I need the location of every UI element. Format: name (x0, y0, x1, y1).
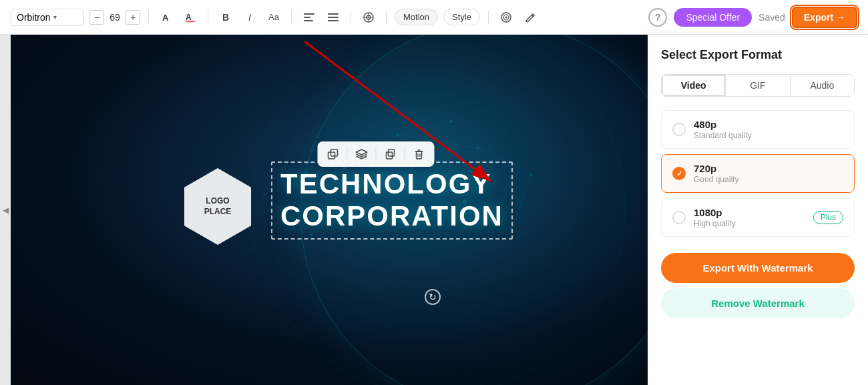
svg-line-35 (511, 175, 531, 228)
quality-name-1080p: 1080p (694, 207, 805, 218)
bold-icon[interactable]: B (216, 8, 235, 27)
quality-720p[interactable]: 720p Good quality (661, 154, 855, 193)
svg-rect-8 (328, 20, 339, 21)
svg-text:A: A (162, 13, 169, 23)
font-color-icon[interactable]: A (157, 8, 176, 27)
title-line1: TECHNOLOGY (280, 168, 491, 200)
main-title-container[interactable]: TECHNOLOGY CORPORATION (271, 161, 513, 240)
svg-rect-42 (329, 152, 335, 159)
svg-rect-45 (387, 152, 393, 159)
quality-desc-1080p: High quality (694, 219, 805, 228)
font-chevron-icon: ▾ (53, 13, 57, 21)
quality-name-480p: 480p (694, 119, 843, 130)
export-label: Export → (804, 12, 845, 23)
toolbar-separator-4 (351, 11, 351, 24)
tab-video[interactable]: Video (662, 75, 726, 96)
effects-icon[interactable] (359, 8, 378, 27)
copy-icon[interactable] (382, 145, 399, 163)
font-name: Orbitron (17, 12, 51, 23)
export-panel: Select Export Format Video GIF Audio 480… (648, 35, 868, 385)
align-left-icon[interactable] (300, 8, 318, 27)
export-button[interactable]: Export → (792, 7, 857, 28)
toolbar-separator-5 (386, 11, 387, 24)
radio-480p (672, 123, 686, 136)
layers-icon[interactable] (353, 145, 371, 163)
left-panel-handle[interactable]: ◀ (0, 35, 11, 385)
svg-rect-47 (417, 151, 422, 159)
remove-watermark-button[interactable]: Remove Watermark (661, 288, 855, 318)
svg-rect-7 (328, 17, 339, 18)
canvas-toolbar (318, 141, 435, 167)
svg-rect-46 (389, 149, 395, 156)
radio-720p (672, 167, 686, 180)
export-panel-title: Select Export Format (661, 48, 855, 62)
svg-rect-6 (328, 13, 339, 15)
motion-button[interactable]: Motion (395, 9, 438, 25)
audio-icon[interactable] (497, 8, 515, 27)
style-button[interactable]: Style (443, 9, 480, 25)
left-handle-icon: ◀ (3, 206, 9, 215)
paint-icon[interactable] (521, 8, 539, 27)
quality-info-480p: 480p Standard quality (694, 119, 843, 140)
size-increase-button[interactable]: + (126, 10, 140, 25)
svg-rect-43 (331, 149, 338, 156)
svg-rect-5 (304, 20, 313, 21)
logo-line2: PLACE (204, 207, 232, 218)
rotate-handle[interactable]: ↻ (425, 289, 441, 305)
svg-rect-2 (186, 21, 195, 22)
special-offer-button[interactable]: Special Offer (674, 8, 752, 27)
hex-text: LOGO PLACE (204, 196, 232, 217)
svg-line-38 (398, 121, 451, 135)
layer-back-icon[interactable] (324, 145, 342, 163)
radio-1080p (672, 211, 686, 224)
help-button[interactable]: ? (648, 8, 667, 27)
hex-shape: LOGO PLACE (184, 168, 251, 245)
italic-icon[interactable]: I (240, 8, 259, 27)
font-size-value: 69 (107, 12, 123, 23)
svg-rect-3 (304, 13, 314, 15)
quality-480p[interactable]: 480p Standard quality (661, 110, 855, 149)
font-selector[interactable]: Orbitron ▾ (11, 9, 84, 26)
text-case-icon[interactable]: Aa (264, 8, 283, 27)
align-justify-icon[interactable] (324, 8, 343, 27)
tab-gif[interactable]: GIF (726, 75, 790, 96)
top-bar: Orbitron ▾ − 69 + A A B I Aa (0, 0, 868, 35)
quality-info-1080p: 1080p High quality (694, 207, 805, 228)
size-decrease-button[interactable]: − (89, 10, 104, 25)
export-watermark-button[interactable]: Export With Watermark (661, 253, 855, 283)
toolbar-separator-6 (488, 11, 489, 24)
toolbar-left: Orbitron ▾ − 69 + A A B I Aa (11, 8, 539, 27)
main-content: ◀ (0, 35, 868, 385)
tab-audio[interactable]: Audio (791, 75, 854, 96)
quality-info-720p: 720p Good quality (694, 163, 843, 184)
toolbar-separator-3 (291, 11, 292, 24)
svg-point-15 (505, 16, 507, 18)
format-tabs: Video GIF Audio (661, 74, 855, 97)
title-line2: CORPORATION (280, 200, 503, 232)
highlight-icon[interactable]: A (181, 8, 200, 27)
svg-marker-44 (357, 149, 367, 155)
canvas-tool-sep-2 (376, 148, 377, 160)
toolbar-separator-1 (148, 11, 149, 24)
quality-name-720p: 720p (694, 163, 843, 174)
logo-line1: LOGO (204, 196, 232, 207)
delete-icon[interactable] (411, 145, 428, 163)
quality-1080p[interactable]: 1080p High quality Plus (661, 198, 855, 237)
svg-rect-4 (304, 17, 310, 18)
quality-desc-480p: Standard quality (694, 131, 843, 140)
quality-desc-720p: Good quality (694, 175, 843, 184)
logo-hex[interactable]: LOGO PLACE (184, 168, 251, 245)
canvas-tool-sep-3 (405, 148, 405, 160)
size-control: − 69 + (89, 10, 140, 25)
canvas-area[interactable]: LOGO PLACE TECHNOLOGY CORPORATION ↻ (11, 35, 648, 385)
title-text: TECHNOLOGY CORPORATION (280, 168, 503, 233)
svg-text:A: A (186, 13, 192, 22)
saved-status: Saved (758, 12, 785, 23)
plus-badge: Plus (813, 211, 843, 224)
toolbar-separator-2 (208, 11, 208, 24)
toolbar-right: ? Special Offer Saved Export → (648, 7, 857, 28)
canvas-tool-sep-1 (347, 148, 348, 160)
